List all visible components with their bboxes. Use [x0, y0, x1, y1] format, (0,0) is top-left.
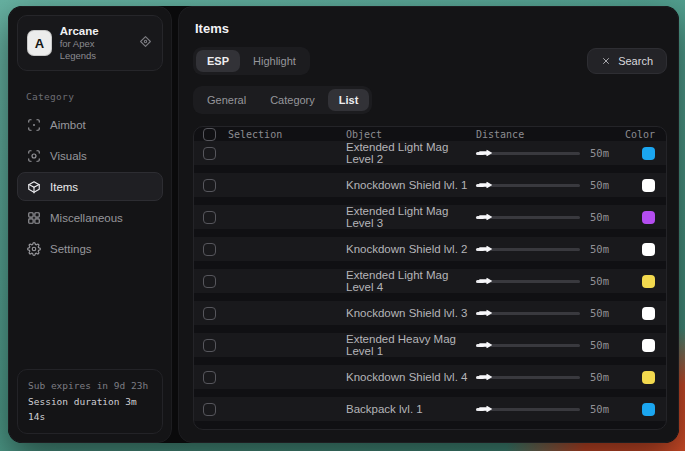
distance-slider[interactable] — [476, 280, 580, 283]
distance-slider[interactable] — [476, 344, 580, 347]
row-checkbox[interactable] — [203, 339, 216, 352]
distance-slider[interactable] — [476, 152, 580, 155]
sidebar-item-miscellaneous[interactable]: Miscellaneous — [17, 203, 163, 232]
distance-value: 50m — [590, 403, 616, 415]
distance-cell: 50m — [468, 339, 620, 351]
grid-icon — [27, 211, 41, 225]
distance-slider[interactable] — [476, 408, 580, 411]
table-row: Extended Light Mag Level 3 50m — [194, 205, 666, 229]
color-swatch[interactable] — [642, 275, 655, 288]
distance-cell: 50m — [468, 275, 620, 287]
sidebar-item-aimbot[interactable]: Aimbot — [17, 110, 163, 139]
distance-cell: 50m — [468, 307, 620, 319]
distance-value: 50m — [590, 243, 616, 255]
color-swatch[interactable] — [642, 147, 655, 160]
slider-thumb[interactable] — [479, 182, 492, 189]
color-swatch[interactable] — [642, 371, 655, 384]
table-row: Extended Heavy Mag Level 1 50m — [194, 333, 666, 357]
object-name: Extended Light Mag Level 2 — [346, 141, 468, 165]
row-checkbox[interactable] — [203, 211, 216, 224]
search-button[interactable]: Search — [587, 48, 667, 74]
slider-thumb[interactable] — [479, 278, 492, 285]
slider-thumb[interactable] — [479, 342, 492, 349]
app-logo: A — [27, 30, 52, 56]
table-row: Knockdown Shield lvl. 2 50m — [194, 237, 666, 261]
object-name: Extended Heavy Mag Level 1 — [346, 333, 468, 357]
view-tabs: GeneralCategoryList — [193, 86, 372, 114]
tab-list[interactable]: List — [328, 89, 370, 111]
row-checkbox[interactable] — [203, 275, 216, 288]
diamond-icon — [139, 35, 152, 51]
distance-slider[interactable] — [476, 376, 580, 379]
row-checkbox[interactable] — [203, 179, 216, 192]
distance-slider[interactable] — [476, 216, 580, 219]
column-header-distance: Distance — [468, 129, 620, 140]
slider-thumb[interactable] — [479, 310, 492, 317]
sidebar-item-settings[interactable]: Settings — [17, 234, 163, 263]
distance-value: 50m — [590, 339, 616, 351]
app-subtitle: for Apex Legends — [60, 38, 130, 62]
distance-cell: 50m — [468, 147, 620, 159]
select-all-checkbox[interactable] — [203, 128, 216, 141]
x-icon — [601, 56, 611, 66]
distance-value: 50m — [590, 211, 616, 223]
slider-thumb[interactable] — [479, 374, 492, 381]
distance-value: 50m — [590, 147, 616, 159]
column-header-object: Object — [346, 129, 468, 140]
row-checkbox[interactable] — [203, 147, 216, 160]
color-swatch[interactable] — [642, 339, 655, 352]
crosshair-icon — [27, 118, 41, 132]
distance-slider[interactable] — [476, 248, 580, 251]
object-name: Extended Light Mag Level 4 — [346, 269, 468, 293]
distance-cell: 50m — [468, 211, 620, 223]
slider-thumb[interactable] — [479, 406, 492, 413]
table-header: Selection Object Distance Color — [194, 127, 666, 141]
row-checkbox[interactable] — [203, 307, 216, 320]
color-swatch[interactable] — [642, 307, 655, 320]
package-icon — [27, 180, 41, 194]
view-tabs-row: GeneralCategoryList — [193, 86, 667, 114]
row-checkbox[interactable] — [203, 371, 216, 384]
sidebar-item-items[interactable]: Items — [17, 172, 163, 201]
distance-value: 50m — [590, 275, 616, 287]
distance-value: 50m — [590, 179, 616, 191]
tab-category[interactable]: Category — [259, 89, 326, 111]
color-swatch[interactable] — [642, 243, 655, 256]
row-checkbox[interactable] — [203, 403, 216, 416]
distance-value: 50m — [590, 371, 616, 383]
session-info-card: Sub expires in 9d 23h Session duration 3… — [17, 369, 163, 434]
sub-expires-text: Sub expires in 9d 23h — [28, 378, 152, 394]
column-header-color: Color — [620, 129, 666, 140]
gear-icon — [27, 242, 41, 256]
table-row: Extended Light Mag Level 2 50m — [194, 141, 666, 165]
table-row: Backpack lvl. 1 50m — [194, 397, 666, 421]
color-swatch[interactable] — [642, 403, 655, 416]
tab-general[interactable]: General — [196, 89, 257, 111]
slider-thumb[interactable] — [479, 246, 492, 253]
table-row: Knockdown Shield lvl. 4 50m — [194, 365, 666, 389]
diamond-badge-button[interactable] — [138, 35, 153, 51]
distance-slider[interactable] — [476, 184, 580, 187]
object-name: Extended Light Mag Level 3 — [346, 205, 468, 229]
row-checkbox[interactable] — [203, 243, 216, 256]
color-swatch[interactable] — [642, 179, 655, 192]
distance-cell: 50m — [468, 179, 620, 191]
slider-thumb[interactable] — [479, 214, 492, 221]
toolbar: ESPHighlight Search — [193, 47, 667, 75]
table-body: Extended Light Mag Level 2 50m Knockdown… — [194, 141, 666, 429]
search-button-label: Search — [618, 55, 653, 67]
sidebar-item-visuals[interactable]: Visuals — [17, 141, 163, 170]
object-name: Knockdown Shield lvl. 4 — [346, 371, 468, 383]
color-swatch[interactable] — [642, 211, 655, 224]
object-name: Knockdown Shield lvl. 2 — [346, 243, 468, 255]
category-label: Category — [26, 91, 171, 102]
distance-slider[interactable] — [476, 312, 580, 315]
tab-highlight[interactable]: Highlight — [242, 50, 307, 72]
session-duration-text: Session duration 3m 14s — [28, 394, 152, 425]
sidebar: A Arcane for Apex Legends Category Aimbo… — [8, 6, 172, 443]
slider-thumb[interactable] — [479, 150, 492, 157]
tab-esp[interactable]: ESP — [196, 50, 240, 72]
distance-cell: 50m — [468, 371, 620, 383]
page-title: Items — [195, 21, 667, 36]
main-panel: Items ESPHighlight Search GeneralCategor… — [178, 6, 679, 443]
